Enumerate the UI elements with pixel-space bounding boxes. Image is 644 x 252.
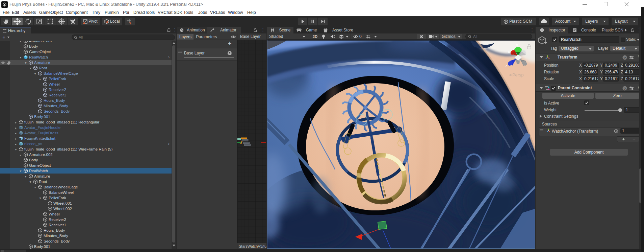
svg-text:⋖Persp: ⋖Persp bbox=[509, 72, 524, 77]
svg-text:?: ? bbox=[624, 56, 626, 60]
svg-text:x: x bbox=[508, 49, 510, 54]
svg-text:z: z bbox=[505, 64, 507, 68]
svg-text:?: ? bbox=[624, 87, 626, 90]
svg-text:y: y bbox=[516, 43, 518, 47]
